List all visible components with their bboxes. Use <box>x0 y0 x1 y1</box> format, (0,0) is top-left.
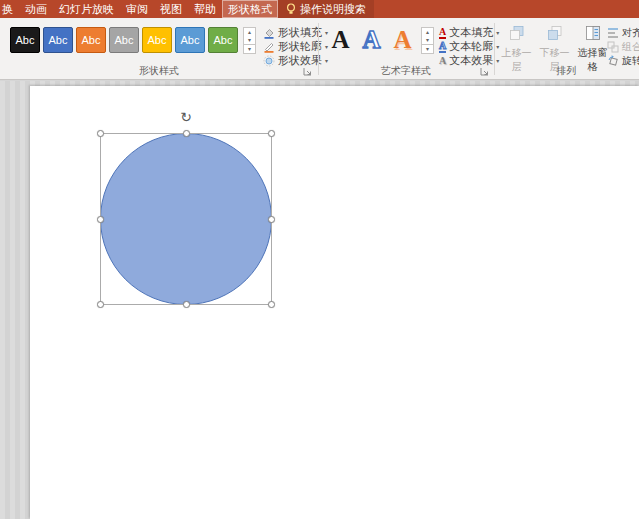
resize-handle-s[interactable] <box>183 301 190 308</box>
tab-animations[interactable]: 动画 <box>19 0 53 18</box>
resize-handle-sw[interactable] <box>97 301 104 308</box>
powerpoint-window: 换 动画 幻灯片放映 审阅 视图 帮助 形状格式 操作说明搜索 Abc Abc … <box>0 0 639 519</box>
wordart-style-preset[interactable]: A <box>388 25 417 55</box>
text-outline-button[interactable]: A 文本轮廓 ▾ <box>439 40 499 53</box>
shape-styles-group-label: 形状样式 <box>0 64 318 78</box>
shape-fill-label: 形状填充 <box>278 25 322 40</box>
group-objects-icon <box>607 41 619 53</box>
wordart-gallery-scrollbar: ▴ ▾ ▾ <box>421 27 434 54</box>
wordart-dialog-launcher[interactable] <box>480 66 490 76</box>
tab-view[interactable]: 视图 <box>154 0 188 18</box>
shape-styles-dialog-launcher[interactable] <box>303 66 313 76</box>
gallery-scroll-up-button[interactable]: ▴ <box>422 28 433 36</box>
text-outline-icon: A <box>439 41 446 53</box>
tell-me-search[interactable]: 操作说明搜索 <box>278 0 374 18</box>
tab-help[interactable]: 帮助 <box>188 0 222 18</box>
text-outline-label: 文本轮廓 <box>449 39 493 54</box>
wordart-style-preset[interactable]: A <box>357 25 386 55</box>
lightbulb-icon <box>286 3 296 15</box>
shape-style-preset[interactable]: Abc <box>76 27 106 53</box>
shape-style-preset[interactable]: Abc <box>43 27 73 53</box>
shape-style-preset[interactable]: Abc <box>208 27 238 53</box>
resize-handle-nw[interactable] <box>97 130 104 137</box>
align-label: 对齐 <box>622 26 639 40</box>
gallery-scroll-down-button[interactable]: ▾ <box>422 36 433 44</box>
tab-transitions[interactable]: 换 <box>0 0 19 18</box>
arrange-group-label: 排列 <box>494 64 639 78</box>
text-fill-button[interactable]: A 文本填充 ▾ <box>439 26 499 39</box>
tell-me-label: 操作说明搜索 <box>300 2 366 17</box>
resize-handle-se[interactable] <box>268 301 275 308</box>
shape-style-preset[interactable]: Abc <box>175 27 205 53</box>
text-fill-label: 文本填充 <box>449 25 493 40</box>
bring-forward-icon <box>509 25 525 43</box>
gallery-more-button[interactable]: ▾ <box>244 44 255 53</box>
pen-outline-icon <box>263 41 275 53</box>
align-icon <box>607 27 619 39</box>
gallery-more-button[interactable]: ▾ <box>422 44 433 53</box>
send-backward-icon <box>547 25 563 43</box>
rotation-handle[interactable]: ↻ <box>178 109 194 125</box>
resize-handle-ne[interactable] <box>268 130 275 137</box>
shape-style-preset[interactable]: Abc <box>142 27 172 53</box>
chevron-down-icon: ▾ <box>325 57 328 64</box>
ribbon-tab-bar: 换 动画 幻灯片放映 审阅 视图 帮助 形状格式 操作说明搜索 <box>0 0 639 18</box>
shape-outline-label: 形状轮廓 <box>278 39 322 54</box>
gallery-scroll-down-button[interactable]: ▾ <box>244 36 255 44</box>
selection-pane-icon <box>585 25 601 43</box>
text-fill-icon: A <box>439 27 446 39</box>
resize-handle-n[interactable] <box>183 130 190 137</box>
wordart-group-label: 艺术字样式 <box>318 64 494 78</box>
oval-shape[interactable] <box>100 133 272 305</box>
resize-handle-w[interactable] <box>97 216 104 223</box>
paint-bucket-icon <box>263 27 275 39</box>
tab-review[interactable]: 审阅 <box>120 0 154 18</box>
resize-handle-e[interactable] <box>268 216 275 223</box>
group-button[interactable]: 组合 <box>607 40 639 53</box>
tab-shape-format[interactable]: 形状格式 <box>222 0 278 18</box>
gallery-scroll-up-button[interactable]: ▴ <box>244 28 255 36</box>
tab-slideshow[interactable]: 幻灯片放映 <box>53 0 120 18</box>
wordart-style-preset[interactable]: A <box>326 25 355 55</box>
shape-styles-gallery-scrollbar: ▴ ▾ ▾ <box>243 27 256 54</box>
ribbon: Abc Abc Abc Abc Abc Abc Abc ▴ ▾ ▾ 形状填充 ▾… <box>0 18 639 80</box>
slide-canvas[interactable] <box>30 86 639 519</box>
align-button[interactable]: 对齐 <box>607 26 639 39</box>
shape-style-preset[interactable]: Abc <box>109 27 139 53</box>
group-label: 组合 <box>622 40 639 54</box>
shape-style-preset[interactable]: Abc <box>10 27 40 53</box>
